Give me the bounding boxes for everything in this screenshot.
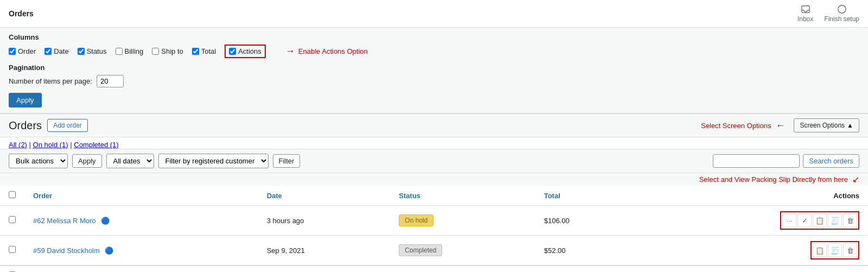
inbox-icon (801, 4, 810, 14)
filters-right: Search orders (713, 154, 859, 168)
row2-delete-btn[interactable]: 🗑 (843, 243, 857, 257)
footer-check (0, 265, 24, 272)
col-total-checkbox[interactable]: Total (192, 47, 216, 55)
row1-total: $106.00 (535, 206, 638, 236)
screen-options-annotation-area: Select Screen Options ← (701, 120, 785, 131)
pagination-section: Pagination Number of items per page: (9, 64, 859, 87)
col-header-order[interactable]: Order (24, 186, 258, 206)
finish-setup-btn[interactable]: Finish setup (824, 4, 859, 23)
footer-date[interactable]: Date (258, 265, 391, 272)
row1-status-badge: On hold (399, 214, 433, 226)
footer-status: Status (390, 265, 535, 272)
col-status-checkbox[interactable]: Status (78, 47, 107, 55)
row2-date: Sep 9, 2021 (258, 236, 391, 266)
row1-packing-btn[interactable]: 📋 (813, 213, 827, 227)
row2-action-buttons: 📋 🧾 🗑 (810, 241, 859, 260)
columns-label: Columns (9, 33, 859, 41)
row1-checkbox[interactable] (9, 216, 16, 223)
row1-order-link[interactable]: #62 Melissa R Moro (33, 217, 96, 225)
col-order-input[interactable] (9, 48, 16, 55)
filter-customer-select[interactable]: Filter by registered customer (158, 154, 269, 168)
filter-button[interactable]: Filter (273, 154, 301, 168)
row2-invoice-btn[interactable]: 🧾 (828, 243, 842, 257)
pagination-label: Pagination (9, 64, 859, 72)
on-hold-link[interactable]: On hold (1) (33, 141, 68, 149)
footer-order[interactable]: Order (24, 265, 258, 272)
apply-button[interactable]: Apply (9, 93, 42, 107)
col-header-actions: Actions (637, 186, 868, 206)
finish-setup-icon (837, 4, 847, 14)
add-order-button[interactable]: Add order (47, 119, 88, 132)
col-header-total: Total (535, 186, 638, 206)
row2-actions-group: 📋 🧾 🗑 (646, 241, 859, 260)
all-dates-select[interactable]: All dates (106, 154, 154, 168)
col-date-checkbox[interactable]: Date (44, 47, 68, 55)
top-bar: Orders Inbox Finish setup (0, 0, 868, 28)
col-date-input[interactable] (44, 48, 52, 55)
packing-annotation-row: Select and View Packing Slip Directly fr… (0, 173, 868, 186)
row1-complete-btn[interactable]: ✓ (797, 213, 812, 227)
col-header-status: Status (390, 186, 535, 206)
row2-order-link[interactable]: #59 David Stockholm (33, 246, 100, 255)
row2-actions: 📋 🧾 🗑 (637, 236, 868, 266)
orders-table: Order Date Status Total Actions (0, 186, 868, 272)
all-link[interactable]: All (2) (9, 141, 27, 149)
completed-link[interactable]: Completed (1) (74, 141, 118, 149)
columns-section: Columns Order Date Status Billing Ship t… (9, 33, 859, 58)
col-actions-checkbox[interactable]: Actions (225, 45, 266, 58)
row1-note-icon: 🔵 (101, 217, 110, 225)
orders-main-title: Orders (9, 119, 42, 132)
filter-links-row: All (2) | On hold (1) | Completed (1) (0, 137, 868, 149)
items-per-page-input[interactable] (97, 75, 124, 87)
row1-more-btn[interactable]: ··· (782, 213, 796, 227)
col-status-input[interactable] (78, 48, 85, 55)
packing-annotation-text: Select and View Packing Slip Directly fr… (699, 175, 848, 184)
row2-packing-btn[interactable]: 📋 (813, 243, 827, 257)
inbox-icon-btn[interactable]: Inbox (797, 4, 813, 23)
col-total-input[interactable] (192, 48, 199, 55)
header-right: Select Screen Options ← Screen Options ▲ (701, 118, 859, 132)
table-header-row: Order Date Status Total Actions (0, 186, 868, 206)
filters-left: Bulk actions Apply All dates Filter by r… (9, 154, 300, 168)
row1-delete-btn[interactable]: 🗑 (843, 213, 857, 227)
inbox-label: Inbox (797, 15, 813, 23)
footer-total: Total (535, 265, 638, 272)
table-row: #62 Melissa R Moro 🔵 3 hours ago On hold… (0, 206, 868, 236)
enable-actions-text: Enable Actions Option (298, 47, 368, 55)
col-order-checkbox[interactable]: Order (9, 47, 36, 55)
page-title: Orders (9, 9, 34, 18)
col-header-date[interactable]: Date (258, 186, 391, 206)
row1-check (0, 206, 24, 236)
screen-options-button[interactable]: Screen Options ▲ (794, 118, 859, 132)
row1-actions: ··· ✓ 📋 🧾 🗑 (637, 206, 868, 236)
row1-date: 3 hours ago (258, 206, 391, 236)
top-bar-actions: Inbox Finish setup (797, 4, 859, 23)
orders-table-wrapper: Order Date Status Total Actions (0, 186, 868, 272)
row2-status: Completed (390, 236, 535, 266)
row1-status: On hold (390, 206, 535, 236)
screen-options-panel: Columns Order Date Status Billing Ship t… (0, 28, 868, 113)
search-input[interactable] (713, 154, 800, 168)
col-ship-input[interactable] (152, 48, 159, 55)
select-all-checkbox[interactable] (9, 191, 16, 198)
bulk-apply-button[interactable]: Apply (72, 154, 102, 168)
orders-header: Orders Add order Select Screen Options ←… (0, 113, 868, 137)
row1-invoice-btn[interactable]: 🧾 (828, 213, 842, 227)
chevron-up-icon: ▲ (847, 122, 853, 129)
search-orders-button[interactable]: Search orders (803, 154, 859, 168)
row2-total: $52.00 (535, 236, 638, 266)
row1-actions-group: ··· ✓ 📋 🧾 🗑 (646, 211, 859, 230)
col-billing-checkbox[interactable]: Billing (116, 47, 144, 55)
screen-options-label: Screen Options (800, 122, 845, 129)
pagination-row: Number of items per page: (9, 75, 859, 87)
bulk-actions-select[interactable]: Bulk actions (9, 154, 68, 168)
down-right-arrow-icon: ↙ (852, 174, 859, 185)
checkboxes-row: Order Date Status Billing Ship to Total … (9, 45, 859, 58)
col-actions-input[interactable] (229, 48, 236, 55)
screen-options-annotation-text: Select Screen Options (701, 122, 771, 130)
filter-links: All (2) | On hold (1) | Completed (1) (9, 141, 119, 149)
col-billing-input[interactable] (116, 48, 123, 55)
row2-checkbox[interactable] (9, 246, 16, 253)
col-ship-checkbox[interactable]: Ship to (152, 47, 183, 55)
row1-order: #62 Melissa R Moro 🔵 (24, 206, 258, 236)
